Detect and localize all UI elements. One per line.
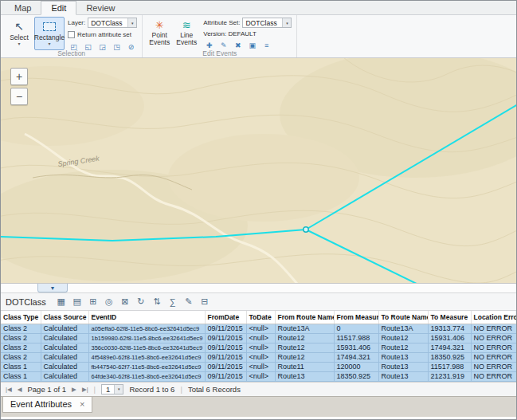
column-header[interactable]: FromDate xyxy=(205,311,246,324)
table-cell: Class 1 xyxy=(1,362,41,371)
previous-page-button[interactable]: ◀ xyxy=(18,386,22,393)
table-cell: Route12 xyxy=(378,343,428,352)
column-header[interactable]: EventID xyxy=(88,311,205,324)
attribute-set-select[interactable]: DOTClass ▾ xyxy=(242,18,292,28)
table-cell: 120000 xyxy=(334,362,378,371)
map-canvas: Spring Creek xyxy=(1,58,516,284)
table-cell: fb447540-62f7-11e5-8bc6-ee32641d5ec9 xyxy=(88,362,205,371)
table-cell: 09/11/2015 xyxy=(205,362,246,371)
table-cell: Route12 xyxy=(275,333,334,343)
total-records-text: Total 6 Records xyxy=(188,385,241,394)
chevron-down-icon: ▾ xyxy=(114,385,123,394)
tab-edit[interactable]: Edit xyxy=(41,1,76,15)
close-icon[interactable]: × xyxy=(80,400,84,409)
zoom-in-button[interactable]: + xyxy=(10,68,28,85)
statistics-icon[interactable]: ∑ xyxy=(166,295,180,309)
table-cell: 1b159980-62f8-11e5-8bc6-ee32641d5ec9 xyxy=(88,333,205,343)
edit-events-group-label: Edit Events xyxy=(143,49,296,57)
table-cell: 17494.321 xyxy=(334,352,378,362)
line-events-button[interactable]: ≋ Line Events xyxy=(173,17,200,50)
event-editor-app: Map Edit Review ↖ Select ▾ Rectangle ▾ L… xyxy=(0,0,517,420)
table-cell: Calculated xyxy=(41,362,88,371)
tab-map[interactable]: Map xyxy=(5,2,41,14)
table-cell: NO ERROR xyxy=(471,362,517,371)
route-junction-point[interactable] xyxy=(304,227,308,232)
table-cell: <null> xyxy=(246,371,275,381)
version-label: Version: xyxy=(203,30,226,37)
rectangle-icon xyxy=(43,22,56,31)
point-events-button[interactable]: ✳ Point Events xyxy=(146,17,173,50)
table-cell: 11517.988 xyxy=(334,333,378,343)
first-page-button[interactable]: |◀ xyxy=(6,386,12,393)
table-cell: 09/11/2015 xyxy=(205,343,246,352)
table-cell: 356c0030-62f8-11e5-8bc6-ee32641d5ec9 xyxy=(88,343,205,352)
pan-to-selection-icon[interactable]: ◎ xyxy=(102,295,116,309)
pager-separator: | xyxy=(180,385,182,394)
map-view[interactable]: Spring Creek + − xyxy=(1,58,516,284)
version-value: DEFAULT xyxy=(228,30,256,37)
zoom-to-selection-icon[interactable]: ⊞ xyxy=(86,295,100,309)
table-cell: Route13 xyxy=(378,362,428,371)
column-header[interactable]: Class Type xyxy=(1,311,41,324)
table-row[interactable]: Class 2 Calculated 4f5489e0-62f8-11e5-8b… xyxy=(1,352,517,362)
return-attribute-set-checkbox[interactable] xyxy=(68,31,75,38)
table-row[interactable]: Class 1 Calculated fb447540-62f7-11e5-8b… xyxy=(1,362,517,371)
select-label: Select xyxy=(10,33,29,41)
last-page-button[interactable]: ▶| xyxy=(82,386,88,393)
next-page-button[interactable]: ▶ xyxy=(72,386,76,393)
panel-layer-name: DOTClass xyxy=(6,297,46,307)
point-events-icon: ✳ xyxy=(155,18,164,32)
table-cell: <null> xyxy=(246,362,275,371)
column-header[interactable]: Location Error xyxy=(471,311,517,324)
table-cell: Calculated xyxy=(41,343,88,352)
tab-event-attributes[interactable]: Event Attributes × xyxy=(2,397,92,413)
table-cell: 09/11/2015 xyxy=(205,371,246,381)
table-cell: Route12 xyxy=(275,352,334,362)
collapse-panel-tab[interactable]: ▼ xyxy=(37,284,68,292)
column-header[interactable]: From Measure xyxy=(334,311,378,324)
chevron-down-icon: ▾ xyxy=(48,41,50,46)
table-cell: Class 2 xyxy=(1,333,41,343)
rectangle-button[interactable]: Rectangle ▾ xyxy=(34,17,65,50)
column-header[interactable]: To Measure xyxy=(428,311,471,324)
table-options-icon[interactable]: ▦ xyxy=(54,295,69,309)
table-cell: a05effa0-62f8-11e5-8bc6-ee32641d5ec9 xyxy=(88,324,205,333)
zoom-out-button[interactable]: − xyxy=(10,88,28,105)
select-button[interactable]: ↖ Select ▾ xyxy=(4,17,34,50)
table-cell: NO ERROR xyxy=(471,324,517,333)
layer-select[interactable]: DOTClass ▾ xyxy=(88,18,137,28)
clear-selection-icon[interactable]: ⊠ xyxy=(118,295,132,309)
table-cell: Calculated xyxy=(41,352,88,362)
refresh-icon[interactable]: ↻ xyxy=(134,295,148,309)
column-header[interactable]: From Route Name xyxy=(275,311,334,324)
tab-review[interactable]: Review xyxy=(76,2,124,14)
table-row[interactable]: Class 2 Calculated 356c0030-62f8-11e5-8b… xyxy=(1,343,517,352)
collapse-panel-icon[interactable]: ⊟ xyxy=(198,295,212,309)
table-cell: Route13A xyxy=(275,324,334,333)
bottom-tab-bar: Event Attributes × xyxy=(1,396,516,417)
show-selected-records-icon[interactable]: ▤ xyxy=(70,295,84,309)
table-row[interactable]: Class 2 Calculated a05effa0-62f8-11e5-8b… xyxy=(1,324,517,333)
zoom-control: + − xyxy=(10,68,28,105)
table-cell: Route13 xyxy=(378,352,428,362)
table-cell: <null> xyxy=(246,343,275,352)
table-cell: <null> xyxy=(246,324,275,333)
table-cell: Route12 xyxy=(378,333,428,343)
table-row[interactable]: Class 1 Calculated 64fde340-62f8-11e5-8b… xyxy=(1,371,517,381)
line-events-label: Line Events xyxy=(173,32,200,46)
chevron-down-icon: ▾ xyxy=(127,18,136,27)
edit-record-icon[interactable]: ✎ xyxy=(182,295,196,309)
table-cell: 18350.925 xyxy=(334,371,378,381)
column-header[interactable]: ToDate xyxy=(246,311,275,324)
table-cell: Class 2 xyxy=(1,324,41,333)
point-events-label: Point Events xyxy=(146,32,173,46)
table-cell: 15931.406 xyxy=(428,333,471,343)
column-header[interactable]: Class Source xyxy=(41,311,88,324)
column-header[interactable]: To Route Name xyxy=(378,311,428,324)
page-number-value: 1 xyxy=(106,385,110,394)
page-number-select[interactable]: 1 ▾ xyxy=(101,384,123,394)
table-cell: 19313.774 xyxy=(428,324,471,333)
sort-icon[interactable]: ⇅ xyxy=(150,295,164,309)
event-attributes-tab-label: Event Attributes xyxy=(10,399,72,409)
table-row[interactable]: Class 2 Calculated 1b159980-62f8-11e5-8b… xyxy=(1,333,517,343)
